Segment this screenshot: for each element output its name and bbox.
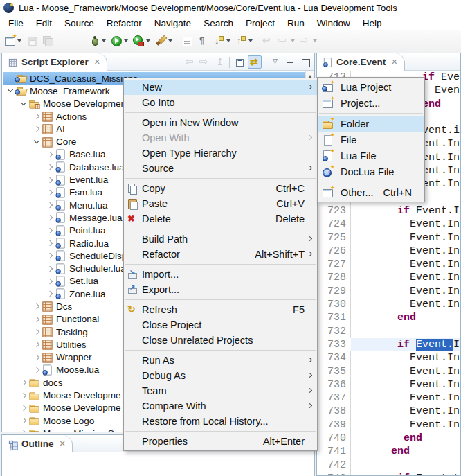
expand-chevron-icon[interactable] [45,251,55,261]
expand-chevron-icon[interactable] [45,276,55,286]
collapse-chevron-icon[interactable] [32,137,42,147]
expand-chevron-icon[interactable] [45,226,55,236]
expand-chevron-icon[interactable] [19,403,28,413]
menu-item-lua-project[interactable]: ✦Lua Project [318,79,424,95]
expand-chevron-icon[interactable] [32,365,42,375]
menu-item-new[interactable]: New [124,80,317,95]
line-number[interactable]: 738 [317,405,346,418]
code-line[interactable]: 734 Event.IniDCSUnit = Event.initiator [317,351,460,364]
line-number[interactable]: 741 [317,445,346,458]
line-number[interactable]: 726 [317,245,346,258]
tab-core-event[interactable]: Core.Event ✕ [317,53,405,71]
code-line[interactable]: 723 if Event.IniObjectCategory == Object… [317,204,460,218]
menu-item-other[interactable]: ✦Other...Ctrl+N [318,184,424,200]
dropdown-caret-icon[interactable] [124,39,128,44]
menu-item-project[interactable]: ✦Project... [318,95,424,111]
menubar-item-source[interactable]: Source [58,17,100,30]
line-number[interactable]: 731 [317,311,346,324]
line-number[interactable]: 732 [317,325,346,338]
collapse-chevron-icon[interactable] [19,99,28,109]
expand-chevron-icon[interactable] [32,315,42,324]
menubar-item-search[interactable]: Search [197,17,239,30]
line-number[interactable]: 725 [317,231,346,245]
block-selection-button[interactable] [180,34,194,48]
line-number[interactable]: 739 [317,418,346,432]
line-number[interactable]: 723 [317,204,346,218]
run-button[interactable] [109,34,129,48]
menubar-item-help[interactable]: Help [356,17,388,30]
menubar-item-project[interactable]: Project [239,17,281,30]
show-whitespace-button[interactable] [196,34,210,48]
expand-chevron-icon[interactable] [45,150,55,159]
line-number[interactable]: 724 [317,218,346,231]
close-icon[interactable]: ✕ [94,58,100,67]
dropdown-caret-icon[interactable] [226,39,230,44]
menubar-item-file[interactable]: File [2,17,30,30]
menu-item-team[interactable]: Team [124,383,317,398]
expand-chevron-icon[interactable] [32,340,42,349]
expand-chevron-icon[interactable] [45,213,55,222]
menu-item-lua-file[interactable]: ✦Lua File [318,148,424,164]
previous-annotation-button[interactable] [234,34,254,48]
view-menu-button[interactable] [269,55,283,69]
menu-item-copy[interactable]: CopyCtrl+C [124,181,317,196]
expand-chevron-icon[interactable] [19,428,28,432]
menu-item-build-path[interactable]: Build Path [124,231,317,247]
code-line[interactable]: 726 Event.IniUnitName = Event.IniDCSUnit… [317,245,460,258]
line-number[interactable]: 735 [317,365,346,378]
tab-script-explorer[interactable]: Script Explorer ✕ [2,53,107,71]
line-number[interactable]: 737 [317,391,346,405]
expand-chevron-icon[interactable] [19,391,28,400]
code-line[interactable]: 730 Event.IniGroupName = Event.IniDCSGro… [317,298,460,311]
debug-button[interactable] [87,34,107,48]
next-annotation-button[interactable] [212,34,232,48]
collapse-all-button[interactable] [233,55,247,69]
menu-item-properties[interactable]: PropertiesAlt+Enter [124,434,317,449]
close-icon[interactable]: ✕ [60,439,66,448]
code-line[interactable]: 742 [317,459,460,472]
menu-item-folder[interactable]: ✦Folder [318,116,424,132]
expand-chevron-icon[interactable] [32,353,42,362]
line-number[interactable]: 740 [317,432,346,445]
code-line[interactable]: 743 if Event.target ~= nil then [317,472,460,475]
menu-item-refactor[interactable]: RefactorAlt+Shift+T [124,247,317,262]
code-line[interactable]: 725 Event.IniDCSUnitName = Event.IniDCSU… [317,231,460,245]
menu-item-source[interactable]: Source [124,161,317,176]
menu-item-close-project[interactable]: Close Project [124,317,317,333]
menu-item-refresh[interactable]: RefreshF5 [124,302,317,317]
menu-item-export[interactable]: Export... [124,282,317,297]
external-tools-button[interactable] [132,34,152,48]
expand-chevron-icon[interactable] [45,188,55,197]
menu-item-paste[interactable]: PasteCtrl+V [124,196,317,211]
code-line[interactable]: 731 end [317,311,460,324]
line-number[interactable]: 734 [317,351,346,364]
paintbrush-button[interactable] [154,34,174,48]
menu-item-restore-from-local-history[interactable]: Restore from Local History... [124,414,317,429]
line-number[interactable]: 743 [317,472,346,475]
collapse-chevron-icon[interactable] [6,86,15,96]
line-number[interactable]: 736 [317,378,346,391]
dropdown-caret-icon[interactable] [291,39,295,44]
menu-item-doclua-file[interactable]: ✦DocLua File [318,164,424,179]
code-line[interactable]: 741 end [317,445,460,458]
expand-chevron-icon[interactable] [45,200,55,210]
tab-outline[interactable]: Outline ✕ [2,435,73,452]
code-line[interactable]: 738 Event.IniDCSGroupName = Event.IniDCS… [317,405,460,418]
new-wizard-button[interactable]: ✦ [3,34,23,48]
menu-item-file[interactable]: ✦File [318,132,424,148]
code-line[interactable]: 739 Event.IniGroupName = Event.IniDCSUni… [317,418,460,432]
line-number[interactable]: 742 [317,459,346,472]
menu-item-run-as[interactable]: Run As [124,353,317,368]
expand-chevron-icon[interactable] [45,238,55,248]
code-line[interactable]: 733 if Event.IniObjectCategory == Object… [317,338,460,351]
menu-item-go-into[interactable]: Go Into [124,95,317,110]
expand-chevron-icon[interactable] [32,124,42,134]
line-number[interactable]: 730 [317,298,346,311]
link-with-editor-button[interactable] [248,55,262,69]
menu-item-debug-as[interactable]: Debug As [124,368,317,383]
code-line[interactable]: 727 Event.IniUnit = UNIT:FindByName( Eve… [317,258,460,271]
line-number[interactable]: 733 [317,338,346,351]
menu-item-import[interactable]: Import... [124,267,317,282]
code-line[interactable]: 740 end [317,432,460,445]
expand-chevron-icon[interactable] [45,162,55,172]
